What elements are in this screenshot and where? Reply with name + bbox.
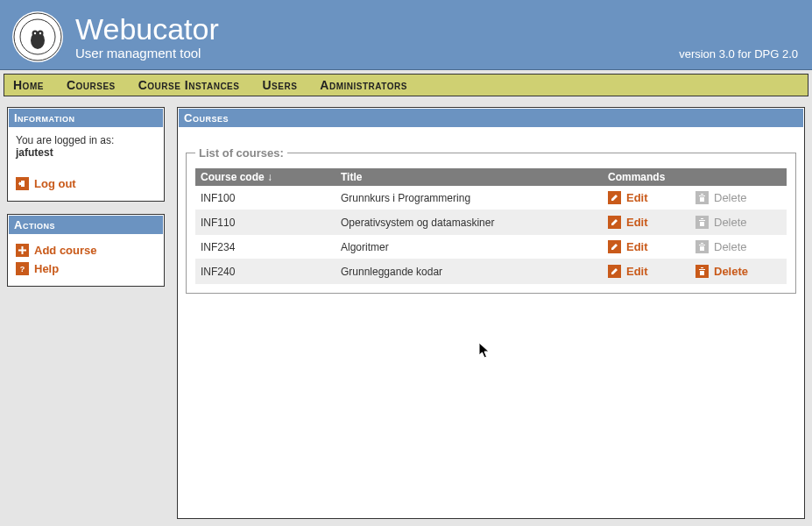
course-title-cell: Grunnkurs i Programmering	[335, 186, 603, 210]
delete-cell: Delete	[690, 235, 787, 259]
edit-link[interactable]: Edit	[608, 191, 648, 204]
edit-link[interactable]: Edit	[608, 265, 648, 278]
help-label: Help	[34, 262, 59, 275]
edit-icon	[608, 265, 621, 278]
menu-courses[interactable]: Courses	[67, 78, 116, 92]
logout-icon	[16, 177, 29, 190]
svg-point-6	[39, 32, 41, 34]
trash-icon	[695, 191, 709, 204]
brand-block: Webucator User managment tool	[12, 11, 219, 62]
edit-icon	[608, 216, 621, 229]
delete-link[interactable]: Delete	[695, 265, 748, 278]
delete-label: Delete	[714, 265, 748, 278]
course-title-cell: Grunnleggande kodar	[335, 259, 603, 284]
edit-cell: Edit	[603, 259, 690, 284]
edit-label: Edit	[626, 216, 648, 229]
edit-link[interactable]: Edit	[608, 216, 648, 229]
menu-home[interactable]: Home	[13, 78, 44, 92]
logged-in-username: jafutest	[16, 146, 156, 159]
menu-administrators[interactable]: Administrators	[320, 78, 407, 92]
edit-label: Edit	[626, 265, 648, 278]
courses-legend: List of courses:	[195, 146, 287, 160]
edit-cell: Edit	[603, 210, 690, 235]
edit-icon	[608, 191, 621, 204]
course-code-cell: INF234	[195, 235, 335, 259]
delete-link: Delete	[695, 191, 747, 204]
course-code-cell: INF240	[195, 259, 335, 284]
table-row: INF110Operativsystem og datamaskinerEdit…	[195, 210, 787, 235]
trash-icon	[695, 240, 709, 253]
trash-icon	[695, 265, 709, 278]
courses-panel-header: Courses	[179, 109, 803, 127]
university-logo	[12, 11, 63, 62]
table-row: INF234AlgoritmerEditDelete	[195, 235, 787, 259]
edit-link[interactable]: Edit	[608, 240, 648, 253]
course-title-cell: Algoritmer	[335, 235, 603, 259]
courses-fieldset: List of courses: Course code ↓ Title Com…	[186, 146, 796, 294]
svg-text:?: ?	[20, 265, 25, 274]
menu-course-instances[interactable]: Course Instances	[138, 78, 240, 92]
add-course-label: Add course	[34, 244, 97, 257]
actions-panel-header: Actions	[9, 216, 163, 234]
col-header-code[interactable]: Course code ↓	[195, 168, 335, 186]
delete-cell: Delete	[690, 186, 787, 210]
version-label: version 3.0 for DPG 2.0	[679, 47, 798, 60]
delete-label: Delete	[714, 240, 747, 253]
delete-link: Delete	[695, 240, 747, 253]
logout-label: Log out	[34, 177, 76, 190]
delete-cell: Delete	[690, 259, 787, 284]
brand-subtitle: User managment tool	[75, 46, 219, 60]
sidebar: Information You are logged in as: jafute…	[7, 107, 165, 519]
information-panel: Information You are logged in as: jafute…	[7, 107, 165, 202]
course-code-cell: INF110	[195, 210, 335, 235]
table-row: INF100Grunnkurs i ProgrammeringEditDelet…	[195, 186, 787, 210]
information-panel-header: Information	[9, 109, 163, 127]
help-icon: ?	[16, 262, 29, 275]
courses-panel: Courses List of courses: Course code ↓ T…	[177, 107, 805, 519]
delete-link: Delete	[695, 216, 747, 229]
course-code-cell: INF100	[195, 186, 335, 210]
delete-label: Delete	[714, 191, 747, 204]
delete-label: Delete	[714, 216, 747, 229]
edit-cell: Edit	[603, 235, 690, 259]
main-area: Courses List of courses: Course code ↓ T…	[177, 107, 805, 519]
menu-users[interactable]: Users	[262, 78, 297, 92]
trash-icon	[695, 216, 709, 229]
main-menu: Home Courses Course Instances Users Admi…	[4, 74, 808, 96]
courses-table: Course code ↓ Title Commands INF100Grunn…	[195, 168, 787, 284]
col-header-commands: Commands	[603, 168, 787, 186]
plus-icon	[16, 244, 29, 257]
edit-label: Edit	[626, 240, 648, 253]
logged-in-label: You are logged in as:	[16, 134, 156, 146]
edit-cell: Edit	[603, 186, 690, 210]
course-title-cell: Operativsystem og datamaskiner	[335, 210, 603, 235]
brand-title: Webucator	[75, 14, 219, 44]
app-header: Webucator User managment tool version 3.…	[0, 0, 812, 70]
edit-label: Edit	[626, 191, 648, 204]
add-course-link[interactable]: Add course	[16, 244, 97, 257]
actions-panel: Actions Add course ? Help	[7, 214, 165, 287]
edit-icon	[608, 240, 621, 253]
svg-point-5	[34, 32, 36, 34]
table-row: INF240Grunnleggande kodarEditDelete	[195, 259, 787, 284]
logout-link[interactable]: Log out	[16, 177, 76, 190]
help-link[interactable]: ? Help	[16, 262, 59, 275]
col-header-title[interactable]: Title	[335, 168, 603, 186]
delete-cell: Delete	[690, 210, 787, 235]
